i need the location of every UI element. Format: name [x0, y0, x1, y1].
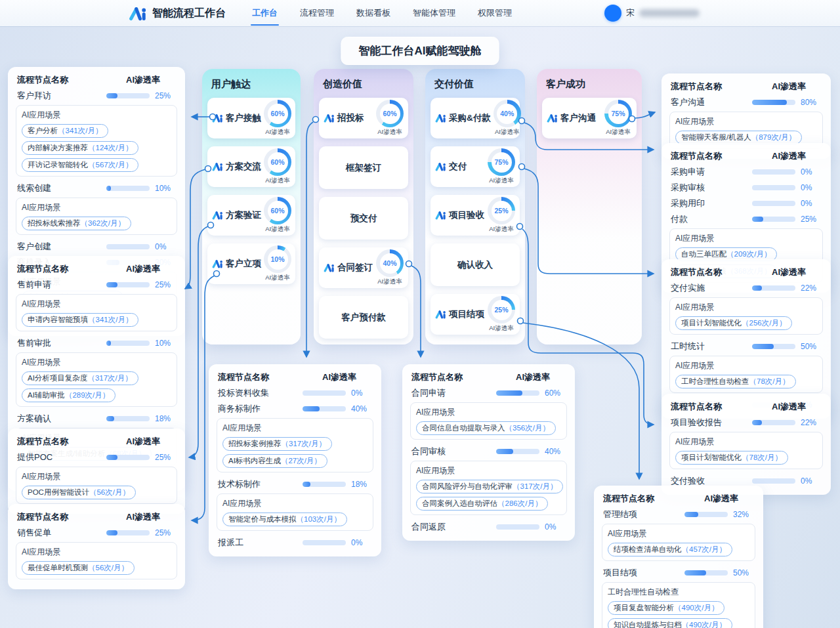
penetration-gauge: 75%AI渗透率	[604, 100, 632, 136]
penetration-gauge: 25%AI渗透率	[488, 296, 515, 333]
col-node-name: 流程节点名称	[671, 266, 722, 278]
ai-logo-icon	[324, 263, 335, 272]
ai-logo-icon	[435, 162, 446, 171]
nav-item-4[interactable]: 智能体管理	[404, 0, 465, 26]
scenario-box: AI应用场景申请内容智能预填（341次/月）	[16, 294, 177, 331]
stage-node-name: 项目验收	[449, 209, 484, 221]
penetration-bar	[106, 244, 150, 249]
penetration-bar	[684, 512, 728, 517]
stage-node[interactable]: 框架签订	[319, 146, 408, 189]
scenario-box: AI应用场景结项检查清单自动化（457次/月）	[602, 524, 755, 561]
ai-logo-icon	[435, 114, 446, 123]
stage-node[interactable]: 确认收入	[430, 243, 520, 286]
main-nav: 工作台流程管理数据看板智能体管理权限管理	[243, 0, 521, 26]
process-node-name: 技术标制作	[218, 478, 303, 490]
user-avatar[interactable]	[604, 5, 621, 22]
process-node-name: 采购用印	[671, 198, 752, 209]
chip-count: （362次/月）	[81, 219, 125, 227]
col-node-name: 流程节点名称	[17, 263, 68, 275]
stage-card-customer-success: 客户成功 客户沟通75%AI渗透率	[537, 69, 642, 345]
stage-node[interactable]: 预交付	[319, 197, 408, 240]
stage-title: 创造价值	[319, 77, 408, 98]
gauge-value: 10%	[268, 249, 288, 270]
nav-item-1[interactable]: 工作台	[243, 0, 287, 26]
penetration-value: 60%	[545, 388, 566, 398]
scenario-label: AI应用场景	[416, 407, 561, 418]
user-account[interactable]: 宋	[604, 5, 700, 22]
stage-node[interactable]: 项目结项25%AI渗透率	[430, 294, 520, 335]
penetration-bar	[752, 478, 795, 484]
detail-card-closure: 流程节点名称AI渗透率 管理结项32%AI应用场景结项检查清单自动化（457次/…	[594, 486, 763, 628]
stage-node-name: 框架签订	[346, 162, 381, 174]
nav-item-3[interactable]: 数据看板	[347, 0, 400, 26]
gauge-label: AI渗透率	[377, 128, 402, 136]
stage-card-create-value: 创造价值 招投标60%AI渗透率框架签订预交付合同签订40%AI渗透率客户预付款	[314, 69, 413, 345]
scenario-label: AI应用场景	[675, 360, 817, 371]
penetration-value: 80%	[801, 98, 822, 107]
col-ai-rate: AI渗透率	[772, 401, 806, 413]
col-node-name: 流程节点名称	[17, 436, 68, 448]
process-row: 合同返原0%	[410, 519, 567, 535]
user-name-redacted	[639, 9, 700, 17]
process-node-name: 销售促单	[17, 527, 106, 539]
stage-node[interactable]: 客户立项10%AI渗透率	[207, 243, 295, 284]
penetration-value: 40%	[545, 447, 566, 456]
chip-label: 智能聊天客服/机器人	[681, 133, 751, 141]
scenario-box: AI应用场景最佳促单时机预测（56次/月）	[16, 542, 177, 579]
process-row: 商务标制作40%	[217, 401, 373, 417]
col-ai-rate: AI渗透率	[516, 371, 550, 383]
gauge-label: AI渗透率	[606, 128, 630, 136]
gauge-value: 75%	[492, 152, 512, 173]
detail-card-poc: 流程节点名称AI渗透率 提供POC25%AI应用场景POC用例智能设计（56次/…	[8, 429, 185, 514]
scenario-box: AI应用场景客户分析（341次/月）内部解决方案推荐（124次/月）拜访记录智能…	[16, 105, 177, 177]
process-node-name: 项目验收报告	[671, 417, 752, 429]
penetration-value: 22%	[801, 283, 822, 293]
penetration-value: 0%	[801, 476, 822, 486]
penetration-bar	[752, 344, 795, 349]
penetration-bar	[752, 420, 795, 425]
penetration-value: 22%	[801, 418, 822, 427]
scenario-label: AI应用场景	[22, 202, 171, 213]
scenario-chip: 招投标案例推荐（317次/月）	[222, 437, 332, 451]
penetration-value: 0%	[801, 199, 822, 208]
scenario-box: AI应用场景项目计划智能优化（78次/月）	[669, 432, 823, 469]
scenario-box: AI应用场景合同信息自动提取与录入（356次/月）	[410, 402, 567, 440]
scenario-chip: 项目计划智能优化（256次/月）	[675, 316, 792, 330]
col-ai-rate: AI渗透率	[772, 266, 806, 278]
process-row: 采购审核0%	[669, 180, 823, 196]
process-row: 项目验收报告22%	[669, 415, 823, 430]
stage-node[interactable]: 合同签订40%AI渗透率	[319, 247, 408, 288]
penetration-value: 0%	[351, 388, 372, 398]
stage-node[interactable]: 采购&付款40%AI渗透率	[430, 98, 520, 138]
gauge-value: 75%	[608, 104, 629, 124]
scenario-label: 工时合理性自动检查	[608, 587, 749, 598]
stage-node-name: 客户沟通	[560, 112, 596, 124]
process-row: 技术标制作18%	[217, 476, 373, 492]
stage-node[interactable]: 方案交流60%AI渗透率	[207, 146, 295, 187]
penetration-bar	[752, 201, 795, 206]
penetration-bar	[106, 416, 150, 421]
scenario-label: AI应用场景	[675, 302, 817, 313]
col-node-name: 流程节点名称	[218, 371, 269, 383]
nav-item-5[interactable]: 权限管理	[469, 0, 521, 26]
detail-card-sales-push: 流程节点名称AI渗透率 销售促单25%AI应用场景最佳促单时机预测（56次/月）	[8, 504, 185, 589]
chip-label: POC用例智能设计	[28, 488, 89, 496]
stage-node[interactable]: 客户接触60%AI渗透率	[207, 98, 295, 138]
stage-node[interactable]: 招投标60%AI渗透率	[319, 98, 408, 138]
penetration-value: 0%	[351, 538, 372, 547]
stage-node[interactable]: 方案验证60%AI渗透率	[207, 195, 295, 236]
scenario-chip: AI标书内容生成（27次/月）	[222, 454, 327, 468]
chip-label: 申请内容智能预填	[28, 316, 88, 324]
stage-node[interactable]: 项目验收25%AI渗透率	[430, 195, 520, 236]
process-node-name: 项目结项	[603, 567, 684, 579]
gauge-value: 60%	[268, 201, 288, 221]
stage-node[interactable]: 客户预付款	[319, 296, 408, 339]
nav-item-2[interactable]: 流程管理	[291, 0, 343, 26]
scenario-label: AI应用场景	[675, 233, 817, 244]
stage-node[interactable]: 客户沟通75%AI渗透率	[542, 98, 637, 138]
stage-node-name: 项目结项	[449, 308, 484, 320]
scenario-box: AI应用场景智能定价与成本模拟（103次/月）	[217, 493, 373, 531]
stage-node[interactable]: 交付75%AI渗透率	[430, 146, 520, 187]
gauge-label: AI渗透率	[489, 225, 513, 234]
penetration-bar	[496, 449, 539, 454]
